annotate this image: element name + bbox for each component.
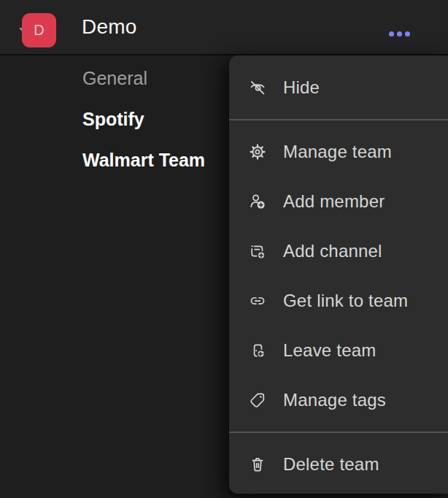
menu-item-leave-team[interactable]: Leave team <box>229 326 448 375</box>
menu-item-manage-tags[interactable]: Manage tags <box>229 375 448 425</box>
link-icon <box>247 291 268 311</box>
channel-add-icon <box>247 241 268 261</box>
menu-item-delete-team[interactable]: Delete team <box>229 440 448 489</box>
channel-label: General <box>82 68 147 89</box>
menu-item-label: Add member <box>283 191 385 212</box>
menu-item-hide[interactable]: Hide <box>229 63 448 112</box>
menu-item-get-link[interactable]: Get link to team <box>229 276 448 326</box>
menu-item-label: Manage tags <box>283 390 386 410</box>
trash-icon <box>247 454 268 475</box>
menu-item-add-channel[interactable]: Add channel <box>229 226 448 276</box>
menu-item-label: Leave team <box>283 340 376 361</box>
gear-icon <box>247 142 268 162</box>
menu-divider <box>229 119 448 120</box>
menu-item-label: Hide <box>283 77 320 98</box>
tag-icon <box>247 390 268 410</box>
team-initial: D <box>34 22 44 39</box>
person-add-icon <box>247 191 268 212</box>
channel-list: General Spotify Walmart Team <box>82 58 205 180</box>
channel-item-spotify[interactable]: Spotify <box>82 99 205 139</box>
menu-item-label: Manage team <box>283 142 392 162</box>
more-horizontal-icon <box>405 31 410 37</box>
menu-item-label: Add channel <box>283 241 382 261</box>
more-options-button[interactable] <box>386 22 413 45</box>
channel-item-walmart-team[interactable]: Walmart Team <box>82 139 205 180</box>
team-name: Demo <box>82 0 137 54</box>
team-context-menu: Hide Manage team <box>229 55 448 494</box>
channel-item-general[interactable]: General <box>82 58 205 99</box>
channel-label: Spotify <box>82 109 144 130</box>
channel-label: Walmart Team <box>82 150 205 171</box>
more-horizontal-icon <box>389 31 394 37</box>
menu-item-manage-team[interactable]: Manage team <box>229 127 448 177</box>
menu-item-label: Delete team <box>283 454 379 475</box>
eye-off-icon <box>247 77 268 98</box>
door-arrow-left-icon <box>247 340 268 361</box>
menu-item-label: Get link to team <box>283 291 408 311</box>
team-avatar: D <box>22 13 56 47</box>
menu-divider <box>229 432 448 433</box>
team-header[interactable]: D Demo <box>0 0 448 55</box>
more-horizontal-icon <box>397 31 402 37</box>
menu-item-add-member[interactable]: Add member <box>229 177 448 226</box>
